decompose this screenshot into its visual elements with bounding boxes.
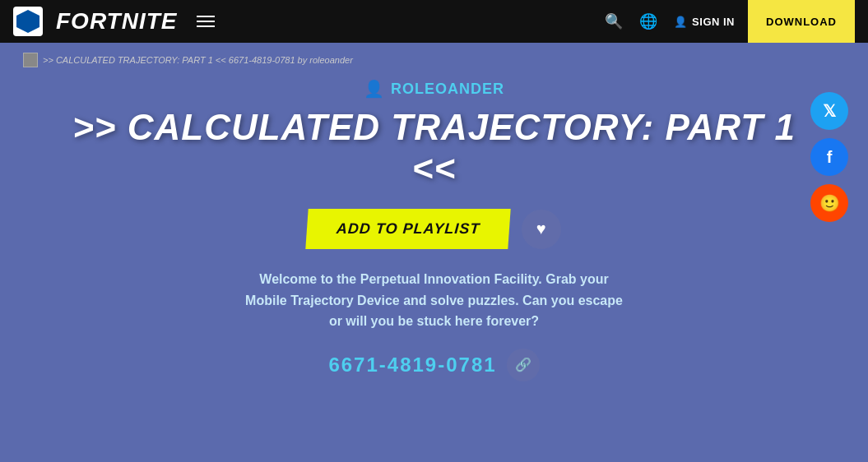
add-to-playlist-button[interactable]: ADD TO PLAYLIST — [306, 209, 512, 249]
facebook-icon: f — [827, 148, 833, 167]
fortnite-title: FORTNITE — [56, 8, 177, 35]
hamburger-menu[interactable] — [197, 16, 215, 27]
search-icon: 🔍 — [605, 13, 623, 30]
breadcrumb: >> CALCULATED TRAJECTORY: PART 1 << 6671… — [23, 53, 353, 67]
fortnite-logo: FORTNITE — [56, 8, 177, 35]
code-row: 6671-4819-0781 🔗 — [328, 349, 539, 381]
favorite-button[interactable]: ♥ — [522, 210, 561, 249]
map-code: 6671-4819-0781 — [328, 353, 496, 377]
hamburger-line-1 — [197, 16, 215, 17]
copy-code-button[interactable]: 🔗 — [507, 349, 540, 381]
twitter-icon: 𝕏 — [823, 101, 836, 121]
epic-icon — [16, 10, 39, 33]
map-description: Welcome to the Perpetual Innovation Faci… — [245, 269, 624, 332]
social-buttons: 𝕏 f 🙂 — [810, 92, 848, 222]
user-icon: 👤 — [674, 16, 688, 28]
map-title: >> CALCULATED TRAJECTORY: PART 1 << — [64, 107, 805, 189]
language-button[interactable]: 🌐 — [639, 12, 657, 30]
breadcrumb-text: >> CALCULATED TRAJECTORY: PART 1 << 6671… — [43, 55, 353, 65]
sign-in-label: SIGN IN — [692, 16, 735, 28]
link-icon: 🔗 — [515, 357, 531, 372]
author-row: 👤 ROLEOANDER — [364, 79, 504, 99]
reddit-share-button[interactable]: 🙂 — [810, 184, 848, 222]
download-button[interactable]: DOWNLOAD — [748, 0, 855, 43]
search-button[interactable]: 🔍 — [605, 12, 623, 30]
sign-in-button[interactable]: 👤 SIGN IN — [674, 16, 735, 28]
reddit-icon: 🙂 — [819, 193, 840, 213]
actions-row: ADD TO PLAYLIST ♥ — [307, 209, 560, 249]
main-content: >> CALCULATED TRAJECTORY: PART 1 << 6671… — [0, 43, 868, 462]
epic-games-logo[interactable] — [13, 7, 43, 36]
facebook-share-button[interactable]: f — [810, 138, 848, 176]
heart-icon: ♥ — [536, 219, 546, 238]
author-avatar-icon: 👤 — [364, 79, 384, 99]
hamburger-line-3 — [197, 25, 215, 27]
hamburger-line-2 — [197, 21, 215, 22]
nav-icons: 🔍 🌐 👤 SIGN IN — [605, 12, 735, 30]
breadcrumb-thumbnail — [23, 53, 38, 67]
globe-icon: 🌐 — [639, 13, 657, 30]
twitter-share-button[interactable]: 𝕏 — [810, 92, 848, 130]
navbar: FORTNITE 🔍 🌐 👤 SIGN IN DOWNLOAD — [0, 0, 868, 43]
author-name[interactable]: ROLEOANDER — [391, 81, 504, 98]
